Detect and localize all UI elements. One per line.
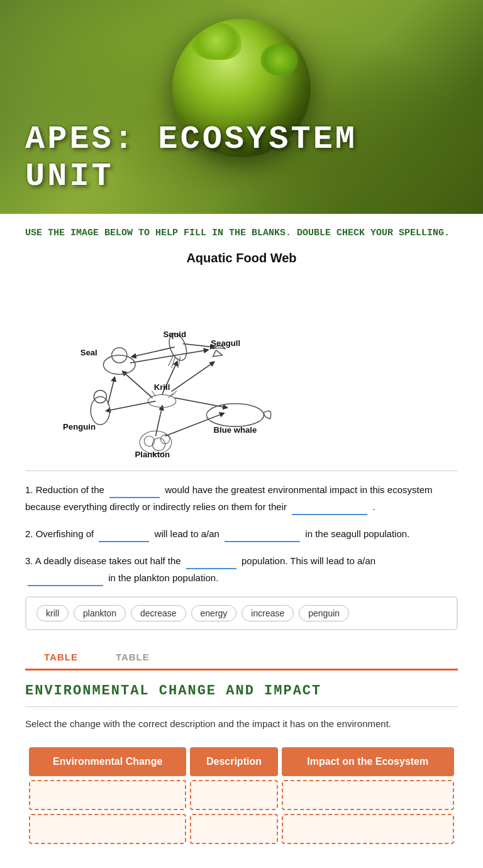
eco-table: Environmental Change Description Impact …: [25, 743, 458, 848]
svg-point-28: [206, 403, 264, 426]
table-cell-1-2[interactable]: [190, 780, 277, 810]
q3-text-1: 3. A deadly disease takes out half the: [25, 555, 184, 566]
svg-point-20: [103, 355, 135, 374]
q2-text-3: in the seagull population.: [305, 528, 409, 539]
food-web-title: Aquatic Food Web: [25, 251, 458, 265]
word-chip-penguin[interactable]: penguin: [299, 605, 349, 621]
blue-whale-label: Blue whale: [214, 425, 257, 435]
table-row-1: [29, 780, 454, 810]
table-cell-1-1[interactable]: [29, 780, 186, 810]
plankton-label: Plankton: [135, 449, 170, 459]
eco-section-title: ENVIRONMENTAL CHANGE AND IMPACT: [25, 683, 458, 699]
q2-text-1: 2. Overfishing of: [25, 528, 96, 539]
question-3: 3. A deadly disease takes out half the p…: [25, 552, 458, 586]
word-chip-decrease[interactable]: decrease: [131, 605, 186, 621]
food-web-svg: Plankton Krill Seal Penguin Squid: [25, 272, 458, 460]
svg-line-5: [172, 362, 213, 391]
svg-line-2: [124, 372, 153, 398]
eco-section: ENVIRONMENTAL CHANGE AND IMPACT Select t…: [25, 670, 458, 861]
word-chip-krill[interactable]: krill: [36, 605, 69, 621]
footer-area: [25, 860, 458, 868]
q1-text-1: 1. Reduction of the: [25, 484, 107, 495]
q1-blank-1[interactable]: [109, 486, 160, 498]
svg-line-8: [133, 347, 175, 356]
q1-text-3: .: [372, 501, 375, 512]
svg-point-15: [148, 394, 176, 407]
word-chip-increase[interactable]: increase: [242, 605, 294, 621]
table-cell-2-1[interactable]: [29, 814, 186, 844]
svg-point-12: [144, 436, 154, 446]
svg-line-9: [183, 343, 213, 347]
q3-text-2: population. This will lead to a/an: [242, 555, 375, 566]
q3-text-3: in the plankton population.: [108, 572, 218, 583]
svg-line-19: [172, 391, 177, 396]
svg-point-13: [152, 438, 165, 450]
divider-1: [25, 470, 458, 471]
krill-label: Krill: [154, 382, 170, 392]
q2-text-2: will lead to a/an: [155, 528, 223, 539]
svg-line-16: [148, 393, 152, 398]
table-cell-2-2[interactable]: [190, 814, 277, 844]
instructions-text: USE THE IMAGE BELOW TO HELP FILL IN THE …: [25, 226, 458, 241]
table-row-2: [29, 814, 454, 844]
question-1: 1. Reduction of the would have the great…: [25, 481, 458, 515]
q3-blank-2[interactable]: [28, 574, 103, 586]
word-chip-plankton[interactable]: plankton: [74, 605, 126, 621]
main-content: USE THE IMAGE BELOW TO HELP FILL IN THE …: [0, 214, 483, 868]
page-title: APES: ECOSYSTEM UNIT: [0, 121, 483, 195]
seal-label: Seal: [80, 347, 97, 357]
tab-table-1[interactable]: TABLE: [25, 645, 97, 670]
squid-label: Squid: [164, 330, 187, 339]
tab-table-2[interactable]: TABLE: [97, 645, 169, 669]
q3-blank-1[interactable]: [186, 557, 236, 569]
col-header-description: Description: [190, 747, 277, 776]
word-chip-energy[interactable]: energy: [191, 605, 237, 621]
col-header-env-change: Environmental Change: [29, 747, 186, 776]
eco-subtitle: Select the change with the correct descr…: [25, 717, 458, 732]
q1-blank-2[interactable]: [292, 503, 367, 515]
svg-line-27: [178, 356, 180, 367]
svg-line-10: [108, 379, 114, 404]
q2-blank-1[interactable]: [99, 530, 149, 542]
penguin-label: Penguin: [63, 422, 96, 431]
divider-eco: [25, 706, 458, 707]
svg-point-22: [91, 396, 109, 425]
col-header-impact: Impact on the Ecosystem: [282, 747, 454, 776]
tab-bar: TABLE TABLE: [25, 645, 458, 670]
header: APES: ECOSYSTEM UNIT: [0, 0, 483, 214]
q2-blank-2[interactable]: [225, 530, 300, 542]
svg-line-7: [130, 350, 206, 362]
word-bank: krill plankton decrease energy increase …: [25, 596, 458, 630]
table-cell-1-3[interactable]: [282, 780, 454, 810]
seagull-label: Seagull: [211, 338, 240, 347]
table-cell-2-3[interactable]: [282, 814, 454, 844]
food-web-diagram: Plankton Krill Seal Penguin Squid: [25, 272, 458, 460]
question-2: 2. Overfishing of will lead to a/an in t…: [25, 525, 458, 542]
